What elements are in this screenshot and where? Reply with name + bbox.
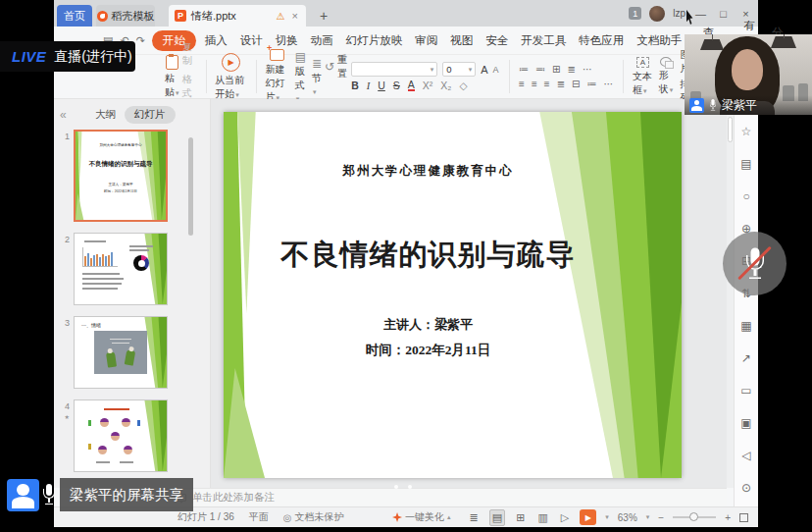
export-icon[interactable]: ↗ — [741, 351, 751, 365]
tab-document[interactable]: P 情绪.pptx ⚠ × — [169, 5, 306, 27]
tab-docer[interactable]: 稻壳模板 — [96, 5, 155, 27]
record-icon[interactable]: ⊙ — [741, 481, 751, 495]
slides-group: 新建幻灯片 ▤ 版式 ≣ 节 ↺ 重置 — [263, 49, 348, 104]
menu-slideshow[interactable]: 幻灯片放映 — [346, 33, 403, 48]
section-button[interactable]: ≣ 节 — [309, 58, 325, 96]
subscript-button[interactable]: X₂ — [440, 80, 451, 91]
menu-review[interactable]: 审阅 — [415, 33, 437, 48]
layers-icon[interactable]: ▤ — [740, 157, 751, 171]
menu-design[interactable]: 设计 — [240, 33, 263, 48]
copy-button[interactable]: 复制 — [182, 40, 200, 68]
slide-date-text[interactable]: 时间：2022年2月11日 — [248, 342, 608, 359]
canvas-scrollbar[interactable] — [727, 99, 734, 488]
align-more-icon[interactable]: ⋯ — [603, 79, 613, 89]
menu-doc-assistant[interactable]: 文档助手 — [636, 33, 682, 48]
play-options-caret[interactable]: ▾ — [605, 513, 609, 521]
text-box-button[interactable]: A 文本框 — [630, 57, 656, 97]
new-slide-button[interactable]: 新建幻灯片 — [263, 49, 292, 104]
slide-thumbnail-2[interactable] — [74, 233, 168, 305]
line-spacing-icon[interactable]: ≣ — [567, 64, 575, 75]
distribute-icon[interactable]: ⊟ — [572, 79, 580, 89]
panel-scrollbar[interactable] — [188, 137, 193, 236]
notes-bar[interactable]: 单击此处添加备注 — [165, 488, 727, 506]
indent-icon[interactable]: ≔ — [586, 79, 596, 89]
para-more-icon[interactable]: ⋯ — [583, 64, 592, 75]
numbering-icon[interactable]: ≕ — [535, 64, 545, 75]
layout-button[interactable]: ▤ 版式 — [292, 51, 309, 103]
participant-video-tile[interactable]: 梁紫平 — [685, 34, 812, 115]
chart-icon[interactable]: ▦ — [740, 319, 751, 333]
slide-title-text[interactable]: 不良情绪的识别与疏导 — [248, 236, 608, 275]
slide-thumbnail-3[interactable]: 一、情绪 — [74, 316, 168, 389]
protection-status[interactable]: ◎ 文档未保护 — [283, 510, 344, 524]
font-name-select[interactable]: ▾ — [351, 62, 437, 77]
beautify-button[interactable]: 一键美化 ▴ — [392, 510, 451, 524]
sharer-mic-icon[interactable] — [41, 483, 57, 506]
normal-view-button[interactable]: ▤ — [489, 509, 505, 526]
align-right-icon[interactable]: ≡ — [544, 79, 550, 89]
effects-icon[interactable]: ☆ — [741, 125, 752, 138]
font-size-select[interactable]: 0▾ — [442, 62, 476, 77]
slide-sorter-view-button[interactable]: ⊞ — [514, 510, 527, 525]
slide-presenter-text[interactable]: 主讲人：梁紫平 — [248, 316, 608, 334]
zoom-slider[interactable] — [673, 516, 716, 518]
tab-slides[interactable]: 幻灯片 — [125, 106, 176, 124]
canvas-scrollbar-thumb[interactable] — [728, 117, 733, 142]
current-slide[interactable]: 郑州大学心理健康教育中心 不良情绪的识别与疏导 主讲人：梁紫平 时间：2022年… — [224, 112, 682, 478]
user-avatar[interactable] — [649, 6, 665, 22]
new-tab-button[interactable]: + — [316, 5, 331, 27]
menu-security[interactable]: 安全 — [485, 33, 508, 48]
slide-thumbnail-1[interactable]: 郑州大学心理健康教育中心 不良情绪的识别与疏导 主讲人：梁紫平 时间：2022年… — [74, 130, 168, 222]
clear-format-button[interactable]: ◇ — [459, 80, 467, 91]
font-color-button[interactable]: A — [408, 80, 415, 91]
align-left-icon[interactable]: ≡ — [519, 79, 525, 89]
menu-animation[interactable]: 动画 — [311, 33, 333, 48]
strikethrough-button[interactable]: S — [393, 80, 400, 91]
zoom-level[interactable]: 63% — [618, 512, 637, 523]
bold-button[interactable]: B — [351, 80, 359, 91]
mic-muted-indicator[interactable] — [723, 232, 787, 295]
play-from-current-button[interactable]: ▶ 从当前开始 — [212, 53, 250, 101]
zoom-slider-knob[interactable] — [689, 512, 698, 521]
slideshow-view-button[interactable]: ▷ — [559, 510, 571, 525]
paste-button[interactable]: 粘贴 — [162, 55, 182, 99]
reading-view-button[interactable]: ▥ — [535, 510, 549, 525]
card-icon[interactable]: ▭ — [740, 384, 751, 398]
reset-button[interactable]: ↺ 重置 — [325, 53, 347, 80]
tab-close-icon[interactable]: × — [290, 10, 300, 22]
columns-icon[interactable]: ⊞ — [552, 64, 560, 75]
slideshow-play-button[interactable]: ▶ — [580, 509, 596, 525]
theme-name[interactable]: 平面 — [249, 510, 269, 524]
superscript-button[interactable]: X² — [423, 80, 433, 91]
image-icon[interactable]: ▣ — [740, 416, 751, 430]
slide-thumbnail-4[interactable] — [74, 399, 168, 472]
shapes-button[interactable]: 形状 — [656, 57, 677, 96]
slide-org-text[interactable]: 郑州大学心理健康教育中心 — [248, 163, 608, 180]
tab-outline[interactable]: 大纲 — [95, 108, 116, 122]
tab-home[interactable]: 首页 — [57, 5, 92, 27]
redo-icon[interactable]: ↷ — [136, 34, 145, 47]
zoom-out-button[interactable]: − — [658, 512, 664, 523]
zoom-in-button[interactable]: + — [725, 512, 731, 523]
align-center-icon[interactable]: ≡ — [532, 79, 537, 89]
menu-insert[interactable]: 插入 — [205, 33, 228, 48]
justify-icon[interactable]: ≣ — [557, 79, 565, 89]
collapse-panel-icon[interactable]: « — [60, 108, 67, 122]
bullets-icon[interactable]: ≔ — [519, 64, 529, 75]
underline-button[interactable]: U — [378, 80, 385, 91]
decrease-font-button[interactable]: A — [492, 65, 498, 75]
zoom-caret[interactable]: ▾ — [646, 513, 650, 521]
sharer-avatar-badge[interactable] — [7, 479, 39, 511]
menu-view[interactable]: 视图 — [450, 33, 473, 48]
increase-font-button[interactable]: A — [481, 64, 487, 76]
italic-button[interactable]: I — [367, 80, 371, 91]
speaker-icon[interactable]: ◁ — [741, 449, 750, 462]
notes-placeholder: 单击此处添加备注 — [192, 491, 275, 505]
menu-transition[interactable]: 切换 — [276, 33, 298, 48]
shapes-icon[interactable]: ○ — [742, 189, 749, 203]
fit-slide-button[interactable] — [739, 513, 748, 522]
menu-features[interactable]: 特色应用 — [579, 33, 624, 48]
outline-view-button[interactable]: ≣ — [468, 510, 481, 525]
menu-devtools[interactable]: 开发工具 — [521, 33, 566, 48]
notification-badge[interactable]: 1 — [629, 7, 641, 20]
